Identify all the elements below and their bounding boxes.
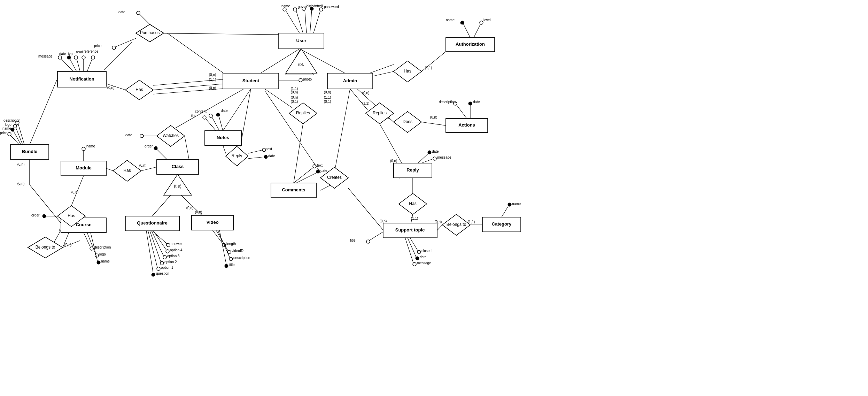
- svg-line-39: [61, 59, 73, 71]
- user-attr-email: email: [315, 4, 323, 8]
- isa-triangle: [286, 49, 317, 73]
- belongs-to-diamond4: Belongs to: [447, 222, 466, 227]
- notif-attr-message: message: [38, 54, 53, 58]
- creates-diamond2: Creates: [327, 175, 342, 180]
- questionnaire-entity-label2: Questionnaire: [137, 220, 167, 226]
- user-attr-name: name: [281, 4, 290, 8]
- reply-diamond2: Reply: [232, 153, 242, 158]
- has-diamond-auth2: Has: [404, 69, 411, 74]
- card-11-auth: (1,1): [425, 66, 432, 70]
- svg-point-106: [229, 257, 233, 261]
- bundle-attr-price: price: [0, 131, 8, 135]
- card-0n-belongs: (0,n): [64, 243, 72, 247]
- svg-line-7: [286, 10, 300, 33]
- auth-attr-name: name: [446, 18, 455, 22]
- reply-attr-text: text: [266, 147, 272, 151]
- watches-attr-date: date: [125, 133, 132, 137]
- svg-line-134: [240, 89, 251, 146]
- svg-point-48: [91, 56, 95, 59]
- svg-line-11: [305, 10, 307, 33]
- svg-point-56: [299, 78, 302, 82]
- notes-attr-date: date: [221, 109, 228, 113]
- svg-point-138: [264, 155, 268, 159]
- auth-attr-level: level: [483, 18, 491, 22]
- card-0n-notif1: (0,n): [107, 86, 115, 90]
- class-attr-order: order: [145, 144, 153, 148]
- notes-attr-title: title: [191, 114, 196, 118]
- comments-attr-text: text: [317, 163, 323, 167]
- svg-point-118: [160, 261, 164, 265]
- svg-point-120: [157, 267, 160, 271]
- card-0n-a: (0,n): [324, 90, 331, 94]
- svg-point-89: [13, 124, 17, 128]
- purchases-diamond2: Purchases: [140, 30, 160, 35]
- watches-diamond2: Watches: [163, 133, 179, 138]
- card-0s-s: (0,1): [291, 100, 298, 104]
- class-isa-label: (t,e): [174, 184, 181, 189]
- svg-line-13: [310, 10, 312, 33]
- svg-point-42: [67, 56, 71, 59]
- svg-point-136: [262, 148, 266, 152]
- support-attr-closed: closed: [421, 249, 432, 253]
- card-0n-does1: (0,n): [362, 91, 370, 95]
- svg-point-114: [166, 250, 169, 253]
- course-attr-desc: description: [94, 245, 111, 249]
- course-attr-name: name: [101, 259, 110, 263]
- support-attr-msg: message: [417, 261, 431, 265]
- svg-point-44: [74, 56, 78, 59]
- svg-point-155: [428, 151, 431, 154]
- card-0n-support1: (0,n): [380, 219, 387, 223]
- svg-point-130: [216, 113, 220, 116]
- svg-line-94: [30, 78, 57, 145]
- support-topic-entity-label2: Support topic: [395, 227, 425, 233]
- svg-line-154: [418, 153, 428, 163]
- authorization-entity-label2: Authorization: [456, 41, 485, 47]
- svg-point-169: [366, 240, 370, 243]
- svg-line-51: [153, 78, 233, 85]
- svg-line-101: [212, 230, 223, 244]
- support-attr-title: title: [350, 238, 356, 242]
- svg-point-19: [460, 21, 464, 24]
- svg-point-112: [166, 243, 170, 247]
- bundle-attr-desc: description: [3, 119, 20, 122]
- svg-point-40: [58, 56, 62, 59]
- quest-attr-answer: answer: [171, 242, 182, 246]
- replies-diamond4: Replies: [373, 111, 387, 115]
- svg-line-149: [294, 124, 303, 183]
- svg-point-8: [283, 8, 286, 11]
- svg-point-167: [413, 262, 416, 266]
- svg-point-97: [154, 146, 157, 150]
- student-attr-photo: photo: [303, 77, 312, 81]
- svg-point-70: [42, 214, 46, 218]
- card-0n-s: (0,n): [291, 90, 298, 94]
- svg-line-9: [296, 10, 303, 33]
- quest-attr-question: question: [156, 272, 169, 275]
- reply2-entity-label2: Reply: [406, 167, 419, 173]
- video-attr-videoid: videoID: [232, 249, 243, 253]
- svg-line-47: [87, 59, 92, 71]
- svg-line-174: [502, 206, 509, 217]
- svg-line-162: [410, 238, 418, 251]
- actions-attr-date: date: [473, 100, 480, 104]
- svg-point-21: [480, 21, 483, 24]
- svg-line-125: [206, 119, 216, 131]
- module-entity-label2: Module: [76, 165, 92, 170]
- purchases-attr-date: date: [118, 10, 125, 14]
- svg-line-123: [152, 195, 171, 216]
- svg-point-128: [209, 114, 212, 117]
- reply2-attr-msg: message: [437, 155, 451, 159]
- card-01-s: (1,1): [291, 87, 298, 91]
- svg-point-37: [112, 46, 116, 50]
- svg-point-32: [468, 102, 472, 105]
- svg-line-43: [77, 59, 80, 71]
- module-attr-name: name: [86, 144, 95, 148]
- reply2-attr-date: date: [432, 150, 439, 153]
- replies-diamond3: Replies: [296, 111, 310, 115]
- svg-point-144: [313, 165, 316, 168]
- comments-attr-date: date: [320, 169, 327, 173]
- category-attr-name: name: [512, 202, 521, 206]
- notif-attr-type: type: [68, 52, 75, 56]
- svg-line-29: [456, 105, 467, 119]
- user-entity-label: User: [296, 38, 307, 43]
- card-1n-s: (0,n): [291, 96, 298, 99]
